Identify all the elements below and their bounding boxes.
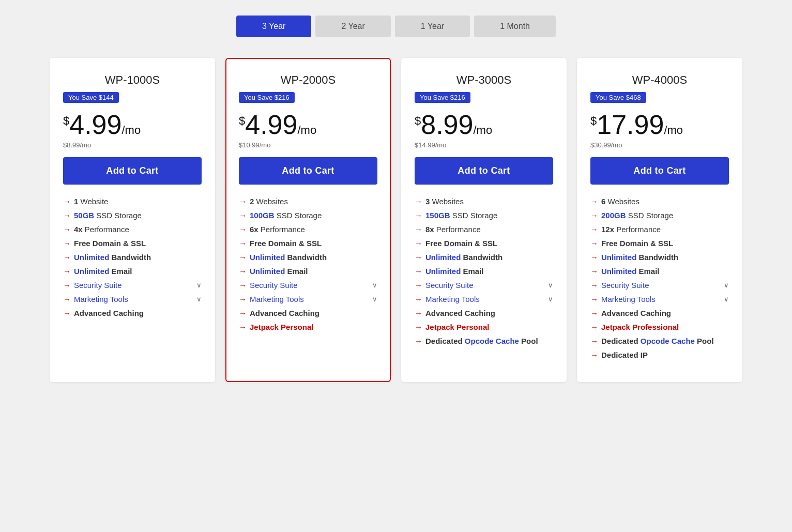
- feature-item: →Security Suite∨: [590, 281, 729, 290]
- period-tab-1-year[interactable]: 1 Year: [395, 16, 470, 37]
- price-block: $4.99/mo: [63, 111, 202, 138]
- feature-text: Unlimited Email: [601, 267, 660, 276]
- chevron-down-icon: ∨: [196, 281, 202, 289]
- feature-text: 3 Websites: [425, 197, 464, 206]
- original-price: $8.99/mo: [63, 141, 202, 149]
- feature-item: →Security Suite∨: [63, 281, 202, 290]
- arrow-icon: →: [590, 253, 598, 262]
- savings-badge: You Save $468: [590, 92, 646, 103]
- feature-text: Dedicated IP: [601, 351, 648, 359]
- plan-card-wp-2000s: WP-2000SYou Save $216$4.99/mo$10.99/moAd…: [225, 58, 391, 382]
- savings-badge: You Save $144: [63, 92, 119, 103]
- expandable-feature[interactable]: Marketing Tools∨: [601, 295, 729, 303]
- arrow-icon: →: [415, 323, 422, 331]
- arrow-icon: →: [239, 281, 247, 290]
- expandable-feature[interactable]: Security Suite∨: [601, 281, 729, 290]
- feature-item: →3 Websites: [415, 197, 553, 206]
- feature-text: Unlimited Email: [425, 267, 484, 276]
- arrow-icon: →: [63, 211, 71, 220]
- arrow-icon: →: [590, 197, 598, 206]
- arrow-icon: →: [239, 197, 247, 206]
- feature-item: →50GB SSD Storage: [63, 211, 202, 220]
- arrow-icon: →: [590, 211, 598, 220]
- feature-item: →Unlimited Email: [239, 267, 377, 276]
- price-main: $17.99/mo: [590, 111, 729, 138]
- feature-text: 50GB SSD Storage: [74, 211, 142, 220]
- arrow-icon: →: [63, 309, 71, 317]
- feature-text: Advanced Caching: [250, 309, 319, 317]
- arrow-icon: →: [63, 267, 71, 276]
- period-tab-1-month[interactable]: 1 Month: [474, 16, 556, 37]
- arrow-icon: →: [590, 295, 598, 303]
- add-to-cart-button[interactable]: Add to Cart: [415, 157, 553, 185]
- period-tab-3-year[interactable]: 3 Year: [236, 16, 311, 37]
- feature-item: →Unlimited Email: [63, 267, 202, 276]
- expandable-feature[interactable]: Security Suite∨: [250, 281, 377, 290]
- expandable-feature[interactable]: Marketing Tools∨: [74, 295, 202, 303]
- savings-badge: You Save $216: [415, 92, 470, 103]
- feature-text: Free Domain & SSL: [74, 239, 146, 248]
- feature-text: 150GB SSD Storage: [425, 211, 497, 220]
- feature-item: →Free Domain & SSL: [239, 239, 377, 248]
- arrow-icon: →: [239, 211, 247, 220]
- original-price: $30.99/mo: [590, 141, 729, 149]
- arrow-icon: →: [63, 239, 71, 248]
- feature-text: Unlimited Bandwidth: [74, 253, 151, 262]
- arrow-icon: →: [415, 197, 422, 206]
- expandable-feature[interactable]: Marketing Tools∨: [250, 295, 377, 303]
- add-to-cart-button[interactable]: Add to Cart: [239, 157, 377, 185]
- price-block: $17.99/mo: [590, 111, 729, 138]
- arrow-icon: →: [239, 239, 247, 248]
- price-main: $8.99/mo: [415, 111, 553, 138]
- feature-item: →Advanced Caching: [239, 309, 377, 317]
- feature-text: Marketing Tools: [250, 295, 304, 303]
- expandable-feature[interactable]: Security Suite∨: [425, 281, 553, 290]
- plan-card-wp-4000s: WP-4000SYou Save $468$17.99/mo$30.99/moA…: [577, 58, 742, 382]
- add-to-cart-button[interactable]: Add to Cart: [590, 157, 729, 185]
- period-tab-2-year[interactable]: 2 Year: [315, 16, 390, 37]
- feature-item: →200GB SSD Storage: [590, 211, 729, 220]
- feature-item: →Security Suite∨: [415, 281, 553, 290]
- arrow-icon: →: [239, 253, 247, 262]
- features-list: →2 Websites→100GB SSD Storage→6x Perform…: [239, 197, 377, 331]
- savings-badge: You Save $216: [239, 92, 295, 103]
- arrow-icon: →: [63, 281, 71, 290]
- feature-text: Unlimited Email: [250, 267, 308, 276]
- arrow-icon: →: [590, 323, 598, 331]
- feature-item: →Jetpack Personal: [239, 323, 377, 331]
- arrow-icon: →: [239, 295, 247, 303]
- period-tabs: 3 Year2 Year1 Year1 Month: [10, 16, 782, 37]
- arrow-icon: →: [590, 281, 598, 290]
- feature-text: Security Suite: [425, 281, 474, 290]
- add-to-cart-button[interactable]: Add to Cart: [63, 157, 202, 185]
- expandable-feature[interactable]: Marketing Tools∨: [425, 295, 553, 303]
- feature-item: →Unlimited Bandwidth: [63, 253, 202, 262]
- feature-item: →Dedicated Opcode Cache Pool: [415, 337, 553, 345]
- feature-text: 2 Websites: [250, 197, 288, 206]
- expandable-feature[interactable]: Security Suite∨: [74, 281, 202, 290]
- arrow-icon: →: [239, 309, 247, 317]
- original-price: $14.99/mo: [415, 141, 553, 149]
- chevron-down-icon: ∨: [196, 295, 202, 303]
- arrow-icon: →: [63, 225, 71, 234]
- feature-text: 1 Website: [74, 197, 108, 206]
- feature-text: Security Suite: [74, 281, 122, 290]
- plan-name: WP-2000S: [239, 73, 377, 87]
- arrow-icon: →: [415, 281, 422, 290]
- feature-item: →Jetpack Professional: [590, 323, 729, 331]
- arrow-icon: →: [415, 225, 422, 234]
- feature-item: →Jetpack Personal: [415, 323, 553, 331]
- plan-card-wp-1000s: WP-1000SYou Save $144$4.99/mo$8.99/moAdd…: [50, 58, 215, 382]
- feature-text: Unlimited Bandwidth: [250, 253, 327, 262]
- arrow-icon: →: [415, 239, 422, 248]
- feature-item: →Marketing Tools∨: [590, 295, 729, 303]
- feature-text: Unlimited Email: [74, 267, 132, 276]
- feature-item: →Advanced Caching: [590, 309, 729, 317]
- feature-text: Advanced Caching: [74, 309, 144, 317]
- price-main: $4.99/mo: [63, 111, 202, 138]
- feature-item: →6 Websites: [590, 197, 729, 206]
- feature-item: →Unlimited Bandwidth: [590, 253, 729, 262]
- plan-name: WP-4000S: [590, 73, 729, 87]
- feature-text: Free Domain & SSL: [425, 239, 497, 248]
- feature-item: →Free Domain & SSL: [415, 239, 553, 248]
